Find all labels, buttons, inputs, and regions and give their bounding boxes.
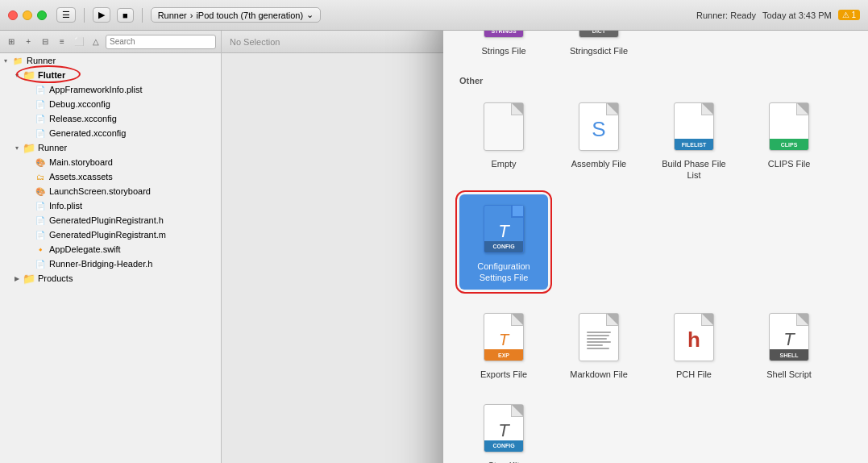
sidebar-search-input[interactable]	[106, 35, 216, 49]
stop-button[interactable]: ■	[117, 8, 134, 23]
sidebar-item-products[interactable]: ▶ 📁 Products	[0, 271, 221, 286]
file-item-shell-script[interactable]: T SHELL Shell Script	[745, 302, 833, 386]
file-item-strings[interactable]: STRINGS Strings File	[459, 31, 548, 63]
h-file-icon: 📄	[34, 257, 47, 270]
sidebar-item-runner-root[interactable]: ▾ 📁 Runner	[0, 53, 221, 68]
folder-icon: 📁	[23, 141, 35, 154]
sidebar-item-main-storyboard[interactable]: ▶ 🎨 Main.storyboard	[0, 155, 221, 169]
plist-file-icon: 📄	[34, 199, 47, 212]
sidebar-item-label: Debug.xcconfig	[49, 99, 110, 109]
doc-corner	[797, 103, 808, 115]
run-button[interactable]: ▶	[93, 7, 110, 23]
traffic-lights	[8, 10, 47, 20]
build-phase-file-list-icon: FILELIST	[670, 98, 718, 155]
sidebar-item-label: Release.xcconfig	[49, 114, 117, 123]
line4	[587, 341, 611, 343]
sidebar-item-generatedpluginregistrant-m[interactable]: ▶ 📄 GeneratedPluginRegistrant.m	[0, 227, 221, 242]
toolbar-separator-2	[142, 8, 143, 23]
line6	[587, 348, 609, 349]
tree-arrow-icon: ▾	[0, 55, 11, 66]
minimize-button[interactable]	[23, 10, 32, 20]
xcconfig-file-icon: 📄	[34, 98, 47, 111]
sidebar-item-label: GeneratedPluginRegistrant.h	[49, 215, 164, 225]
exports-file-label: Exports File	[480, 369, 527, 380]
strings-badge: STRINGS	[484, 31, 523, 37]
line3	[587, 338, 607, 340]
sidebar-item-release-xcconfig[interactable]: ▶ 📄 Release.xcconfig	[0, 111, 221, 126]
stringsdict-file-icon: DICT	[575, 31, 623, 42]
shell-script-label: Shell Script	[766, 369, 812, 380]
shell-script-icon: T SHELL	[765, 309, 813, 365]
sidebar-sort-button[interactable]: ≡	[55, 35, 69, 49]
sidebar-item-runner-group[interactable]: ▾ 📁 Runner	[0, 140, 221, 155]
sidebar-item-flutter[interactable]: ▾ 📁 Flutter	[0, 68, 221, 82]
file-item-assembly[interactable]: S Assembly File	[554, 92, 643, 188]
file-item-storekit[interactable]: T CONFIG StoreKit Configuration File	[459, 394, 548, 463]
file-item-clips[interactable]: CLIPS CLIPS File	[745, 92, 833, 188]
markdown-lines	[587, 332, 611, 349]
sidebar-nav-button[interactable]: ⊞	[5, 35, 19, 49]
sidebar-item-label: Main.storyboard	[49, 157, 113, 167]
markdown-file-icon	[575, 309, 623, 365]
xcassets-file-icon: 🗂	[34, 170, 47, 183]
sidebar-warning-button[interactable]: △	[89, 35, 102, 49]
warning-badge: ⚠ 1	[838, 10, 860, 20]
xcconfig-file-icon: 📄	[34, 112, 47, 125]
sidebar-item-generated-xcconfig[interactable]: ▶ 📄 Generated.xcconfig	[0, 126, 221, 140]
doc-corner	[702, 314, 713, 325]
storekit-file-label: StoreKit Configuration File	[464, 460, 543, 463]
sidebar-item-assets-xcassets[interactable]: ▶ 🗂 Assets.xcassets	[0, 169, 221, 184]
sidebar-item-bridging-header[interactable]: ▶ 📄 Runner-Bridging-Header.h	[0, 257, 221, 271]
sidebar-item-label: LaunchScreen.storyboard	[49, 186, 151, 196]
doc-corner	[512, 103, 523, 115]
clips-badge: CLIPS	[770, 139, 808, 150]
line1	[587, 332, 611, 333]
file-item-exports[interactable]: T EXP Exports File	[459, 302, 548, 386]
file-item-stringsdict[interactable]: DICT Stringsdict File	[554, 31, 643, 63]
folder-icon: 📁	[23, 69, 35, 81]
file-item-build-phase-file-list[interactable]: FILELIST Build Phase File List	[650, 92, 738, 188]
sidebar-item-appframeworkinfo[interactable]: ▶ 📄 AppFrameworkInfo.plist	[0, 82, 221, 97]
m-file-icon: 📄	[34, 228, 47, 241]
doc-corner	[512, 206, 523, 217]
sidebar-item-label: AppDelegate.swift	[49, 244, 121, 254]
file-item-pch[interactable]: h PCH File	[650, 302, 738, 386]
sidebar-item-label: AppFrameworkInfo.plist	[49, 85, 143, 94]
sidebar-item-launchscreen[interactable]: ▶ 🎨 LaunchScreen.storyboard	[0, 184, 221, 198]
chevron-down-icon: ⌄	[306, 10, 314, 20]
plist-file-icon: 📄	[34, 83, 47, 96]
file-item-markdown[interactable]: Markdown File	[554, 302, 643, 386]
titlebar: ☰ ▶ ■ Runner › iPod touch (7th generatio…	[0, 0, 868, 31]
scheme-selector[interactable]: Runner › iPod touch (7th generation) ⌄	[151, 7, 321, 23]
close-button[interactable]	[8, 10, 18, 20]
dialog-overlay: Choose a template for your new file: iOS…	[443, 61, 868, 463]
file-item-empty[interactable]: Empty	[459, 92, 548, 188]
other-file-grid-2: T EXP Exports File	[459, 302, 852, 463]
file-item-configuration-settings[interactable]: T CONFIG Configuration Settings File	[459, 194, 548, 290]
dict-badge: DICT	[579, 31, 618, 37]
dialog-content: Resource STRINGS Strings File	[443, 31, 868, 463]
sidebar-item-appdelegate[interactable]: ▶ 🔸 AppDelegate.swift	[0, 242, 221, 257]
folder-icon: 📁	[23, 272, 35, 285]
exp-badge: EXP	[484, 349, 523, 361]
sidebar-item-debug-xcconfig[interactable]: ▶ 📄 Debug.xcconfig	[0, 97, 221, 111]
doc-corner	[512, 405, 523, 416]
exports-file-icon: T EXP	[480, 309, 528, 365]
sidebar-item-label: Info.plist	[49, 201, 82, 211]
sidebar-add-button[interactable]: +	[22, 35, 35, 49]
doc-corner	[702, 103, 713, 115]
sidebar-filter-button[interactable]: ⊟	[39, 35, 52, 49]
sidebar-item-generatedpluginregistrant-h[interactable]: ▶ 📄 GeneratedPluginRegistrant.h	[0, 213, 221, 227]
toolbar: ☰ ▶ ■ Runner › iPod touch (7th generatio…	[56, 7, 321, 23]
fullscreen-button[interactable]	[37, 10, 47, 20]
sidebar-toggle-button[interactable]: ☰	[56, 7, 76, 23]
sidebar-item-info-plist[interactable]: ▶ 📄 Info.plist	[0, 198, 221, 213]
empty-file-label: Empty	[491, 158, 516, 169]
shell-badge: SHELL	[770, 349, 808, 361]
content-area: No Selection Choose a template for your …	[222, 31, 868, 463]
swift-file-icon: 🔸	[34, 243, 47, 256]
configuration-settings-file-icon: T CONFIG	[480, 201, 528, 257]
sidebar-expand-button[interactable]: ⬜	[72, 35, 85, 49]
line2	[587, 335, 609, 336]
storekit-file-icon: T CONFIG	[480, 400, 528, 457]
